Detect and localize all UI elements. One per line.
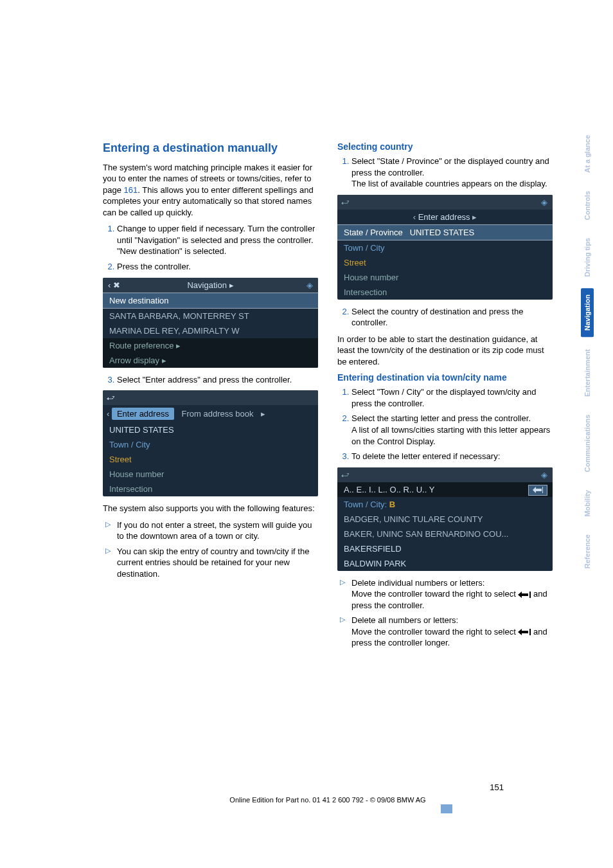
tab-driving-tips[interactable]: Driving tips bbox=[581, 231, 594, 284]
shot-subheader: ‹ Enter address ▸ bbox=[337, 210, 553, 224]
delete-options: Delete individual numbers or letters: Mo… bbox=[337, 577, 553, 649]
compass-icon: ◈ bbox=[541, 197, 547, 207]
sp-street: Street bbox=[337, 255, 553, 270]
section-title: Entering a destination manually bbox=[103, 141, 318, 156]
left-column: Entering a destination manually The syst… bbox=[103, 141, 318, 654]
addr-house: House number bbox=[103, 467, 318, 482]
town-label: Town / City: bbox=[344, 500, 387, 509]
tab-at-a-glance[interactable]: At a glance bbox=[581, 129, 594, 179]
ts2b: A list of all towns/cities starting with… bbox=[351, 425, 550, 446]
nav-route-pref: Route preference ▸ bbox=[103, 338, 318, 353]
backspace-icon bbox=[518, 629, 531, 635]
ts2a: Select the starting letter and press the… bbox=[351, 413, 531, 423]
step-2: Press the controller. bbox=[117, 261, 318, 273]
backspace-icon bbox=[518, 592, 531, 598]
addr-intersection: Intersection bbox=[103, 482, 318, 496]
country-steps: Select "State / Province" or the display… bbox=[337, 156, 553, 190]
delete-individual: Delete individual numbers or letters: Mo… bbox=[351, 577, 553, 611]
addr-street: Street bbox=[103, 452, 318, 467]
right-column: Selecting country Select "State / Provin… bbox=[337, 141, 553, 654]
state-province-row: State / Province UNITED STATES bbox=[337, 224, 553, 240]
sp-label: State / Province bbox=[344, 228, 403, 237]
screenshot-enter-address: ⮐ ‹ Enter address From address book ▸ UN… bbox=[103, 390, 318, 496]
tab-controls[interactable]: Controls bbox=[581, 185, 594, 226]
tab-communications[interactable]: Communications bbox=[581, 408, 594, 478]
shot-header: ‹ ✖ Navigation ▸ ◈ bbox=[103, 278, 318, 293]
d2a: Delete all numbers or letters: bbox=[351, 615, 458, 625]
town-result-2: BAKER, UNINC SAN BERNARDINO COU... bbox=[337, 527, 553, 541]
page-number: 151 bbox=[490, 782, 504, 792]
tab-reference[interactable]: Reference bbox=[581, 528, 594, 575]
sp-town: Town / City bbox=[337, 240, 553, 255]
screenshot-navigation: ‹ ✖ Navigation ▸ ◈ New destination SANTA… bbox=[103, 278, 318, 368]
town-step-2: Select the starting letter and press the… bbox=[351, 413, 553, 447]
addr-town: Town / City bbox=[103, 437, 318, 452]
tab-mobility[interactable]: Mobility bbox=[581, 484, 594, 523]
town-letter: B bbox=[389, 500, 395, 509]
intro-paragraph: The system's word matching principle mak… bbox=[103, 162, 318, 219]
town-result-4: BALDWIN PARK bbox=[337, 556, 553, 571]
nav-recent-2: MARINA DEL REY, ADMIRALTY W bbox=[103, 323, 318, 338]
cs1-a: Select "State / Province" or the display… bbox=[351, 156, 549, 177]
feature-2: You can skip the entry of country and to… bbox=[117, 546, 318, 580]
town-steps: Select "Town / City" or the displayed to… bbox=[337, 386, 553, 462]
step-3: Select "Enter address" and press the con… bbox=[117, 374, 318, 386]
tab-entertainment[interactable]: Entertainment bbox=[581, 343, 594, 403]
delete-all: Delete all numbers or letters: Move the … bbox=[351, 615, 553, 649]
country-steps-2: Select the country of destination and pr… bbox=[337, 306, 553, 329]
town-step-1: Select "Town / City" or the displayed to… bbox=[351, 386, 553, 409]
compass-icon: ◈ bbox=[306, 280, 313, 290]
country-step-2: Select the country of destination and pr… bbox=[351, 306, 553, 329]
back-icon: ‹ ✖ bbox=[108, 280, 120, 290]
tab-address-book: From address book bbox=[177, 408, 259, 420]
step-1: Change to upper field if necessary. Turn… bbox=[117, 223, 318, 257]
back-icon: ⮐ bbox=[341, 470, 350, 480]
town-result-3: BAKERSFIELD bbox=[337, 541, 553, 556]
nav-new-destination: New destination bbox=[103, 293, 318, 309]
town-result-1: BADGER, UNINC TULARE COUNTY bbox=[337, 512, 553, 527]
sp-value: UNITED STATES bbox=[410, 228, 475, 237]
screenshot-state-province: ⮐ ◈ ‹ Enter address ▸ State / Province U… bbox=[337, 195, 553, 300]
step1-text: Change to upper field if necessary. Turn… bbox=[117, 224, 315, 245]
town-step-3: To delete the letter entered if necessar… bbox=[351, 451, 553, 462]
step1-note: "New destination" is selected. bbox=[117, 246, 226, 256]
town-label-row: Town / City: B bbox=[337, 497, 553, 512]
shot-title: Navigation bbox=[187, 280, 226, 290]
compass-icon: ◈ bbox=[541, 470, 547, 480]
footer-mark bbox=[441, 804, 452, 813]
letter-choices: A.. E.. I.. L.. O.. R.. U.. Y bbox=[344, 485, 434, 494]
side-tabs: At a glance Controls Driving tips Naviga… bbox=[581, 129, 594, 575]
tab-enter-address: Enter address bbox=[112, 408, 174, 420]
d1a: Delete individual numbers or letters: bbox=[351, 578, 484, 588]
heading-selecting-country: Selecting country bbox=[337, 141, 553, 152]
sp-house: House number bbox=[337, 270, 553, 285]
country-note: In order to be able to start the destina… bbox=[337, 334, 553, 368]
steps-list: Change to upper field if necessary. Turn… bbox=[103, 223, 318, 272]
heading-town-name: Entering destination via town/city name bbox=[337, 372, 553, 383]
nav-arrow-display: Arrow display ▸ bbox=[103, 353, 318, 368]
feature-1: If you do not enter a street, the system… bbox=[117, 520, 318, 542]
letter-selector: A.. E.. I.. L.. O.. R.. U.. Y bbox=[337, 482, 553, 497]
addr-country: UNITED STATES bbox=[103, 422, 318, 437]
page-xref[interactable]: 161 bbox=[124, 185, 138, 195]
footer-text: Online Edition for Part no. 01 41 2 600 … bbox=[103, 796, 553, 804]
back-icon: ⮐ bbox=[107, 393, 115, 402]
sp-intersection: Intersection bbox=[337, 285, 553, 300]
d1b: Move the controller toward the right to … bbox=[351, 589, 518, 599]
country-step-1: Select "State / Province" or the display… bbox=[351, 156, 553, 190]
tab-navigation[interactable]: Navigation bbox=[581, 288, 594, 337]
steps-list-cont: Select "Enter address" and press the con… bbox=[103, 374, 318, 386]
d2b: Move the controller toward the right to … bbox=[351, 627, 518, 637]
cs1-b: The list of available countries appears … bbox=[351, 179, 547, 188]
support-intro: The system also supports you with the fo… bbox=[103, 503, 318, 514]
feature-list: If you do not enter a street, the system… bbox=[103, 520, 318, 580]
screenshot-town-input: ⮐ ◈ A.. E.. I.. L.. O.. R.. U.. Y Town /… bbox=[337, 467, 553, 571]
nav-recent-1: SANTA BARBARA, MONTERREY ST bbox=[103, 309, 318, 323]
backspace-icon bbox=[528, 485, 547, 496]
back-icon: ⮐ bbox=[341, 197, 350, 207]
